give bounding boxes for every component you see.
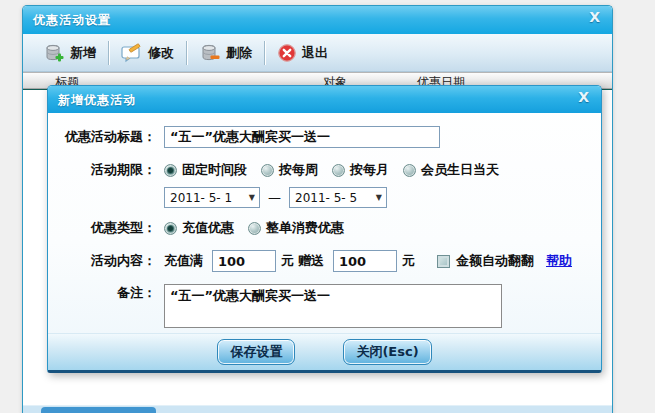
dialog-body: 优惠活动标题： 活动期限： 固定时间段 按每周 [48, 113, 601, 333]
dialog-close-button[interactable]: X [578, 89, 589, 105]
add-promotion-dialog: 新增优惠活动 X 优惠活动标题： 活动期限： 固定时间段 [47, 85, 602, 373]
radio-icon [261, 164, 274, 177]
main-window-title: 优惠活动设置 [33, 12, 111, 29]
edit-icon [121, 43, 143, 63]
radio-order-discount[interactable]: 整单消费优惠 [248, 219, 344, 237]
auto-double-checkbox[interactable] [437, 255, 450, 268]
yuan-unit: 元 [281, 252, 294, 270]
gift-amount-prefix: 赠送 [298, 252, 324, 270]
period-radio-group: 固定时间段 按每周 按每月 会员生日当天 [164, 161, 499, 179]
bottom-statusbar [23, 405, 612, 413]
database-delete-icon [199, 43, 221, 63]
gift-amount-input[interactable] [333, 250, 397, 272]
recharge-amount-prefix: 充值满 [164, 252, 203, 270]
delete-button-label: 删除 [226, 44, 252, 62]
date-to-value: 2011- 5- 5 [295, 191, 357, 205]
radio-icon [164, 222, 177, 235]
date-to-select[interactable]: 2011- 5- 5 ▼ [289, 187, 387, 208]
exit-button-label: 退出 [302, 44, 328, 62]
edit-button-label: 修改 [148, 44, 174, 62]
save-settings-button[interactable]: 保存设置 [217, 339, 295, 365]
add-button-label: 新增 [70, 44, 96, 62]
radio-fixed-period[interactable]: 固定时间段 [164, 161, 247, 179]
field-row-period: 活动期限： 固定时间段 按每周 按每月 [64, 162, 591, 178]
radio-weekly[interactable]: 按每周 [261, 161, 318, 179]
database-add-icon [43, 43, 65, 63]
chevron-down-icon: ▼ [249, 193, 255, 202]
screen: 优惠活动设置 X 新增 [0, 0, 655, 413]
toolbar-separator [108, 41, 109, 65]
edit-button[interactable]: 修改 [111, 40, 184, 66]
radio-label: 按每周 [279, 161, 318, 179]
radio-member-birthday[interactable]: 会员生日当天 [403, 161, 499, 179]
period-field-label: 活动期限： [64, 161, 156, 179]
field-row-remark: 备注： “五一”优惠大酬宾买一送一 [64, 284, 591, 328]
type-radio-group: 充值优惠 整单消费优惠 [164, 219, 344, 237]
bottom-panel-partial [41, 407, 156, 413]
field-row-type: 优惠类型： 充值优惠 整单消费优惠 [64, 220, 591, 236]
field-row-dates: 2011- 5- 1 ▼ — 2011- 5- 5 ▼ [64, 187, 591, 208]
date-range-dash: — [268, 190, 281, 205]
auto-double-checkbox-label: 金额自动翻翻 [456, 252, 534, 270]
exit-button[interactable]: 退出 [267, 40, 338, 66]
radio-monthly[interactable]: 按每月 [332, 161, 389, 179]
dialog-footer: 保存设置 关闭(Esc) [48, 333, 601, 370]
radio-label: 按每月 [350, 161, 389, 179]
help-link[interactable]: 帮助 [546, 252, 572, 270]
radio-icon [332, 164, 345, 177]
recharge-amount-input[interactable] [212, 250, 276, 272]
date-from-select[interactable]: 2011- 5- 1 ▼ [164, 187, 260, 208]
radio-label: 整单消费优惠 [266, 219, 344, 237]
radio-icon [248, 222, 261, 235]
toolbar-separator [264, 41, 265, 65]
close-esc-button[interactable]: 关闭(Esc) [343, 339, 431, 365]
content-field-label: 活动内容： [64, 252, 156, 270]
radio-recharge-discount[interactable]: 充值优惠 [164, 219, 234, 237]
dialog-title: 新增优惠活动 [58, 92, 136, 109]
radio-label: 固定时间段 [182, 161, 247, 179]
chevron-down-icon: ▼ [376, 193, 382, 202]
main-close-button[interactable]: X [589, 9, 600, 25]
delete-button[interactable]: 删除 [189, 40, 262, 66]
remark-textarea[interactable]: “五一”优惠大酬宾买一送一 [164, 284, 502, 328]
exit-icon [277, 43, 297, 63]
radio-icon [164, 164, 177, 177]
radio-label: 充值优惠 [182, 219, 234, 237]
add-button[interactable]: 新增 [33, 40, 106, 66]
promo-title-input[interactable] [164, 126, 440, 148]
type-field-label: 优惠类型： [64, 219, 156, 237]
remark-field-label: 备注： [64, 284, 156, 302]
title-field-label: 优惠活动标题： [64, 128, 156, 146]
dialog-titlebar: 新增优惠活动 X [48, 86, 601, 113]
toolbar-separator [186, 41, 187, 65]
main-titlebar: 优惠活动设置 X [23, 6, 612, 34]
yuan-unit: 元 [402, 252, 415, 270]
field-row-title: 优惠活动标题： [64, 126, 591, 148]
field-row-content: 活动内容： 充值满 元 赠送 元 金额自动翻翻 帮助 [64, 250, 591, 272]
radio-icon [403, 164, 416, 177]
date-from-value: 2011- 5- 1 [170, 191, 232, 205]
main-toolbar: 新增 修改 [23, 34, 612, 72]
radio-label: 会员生日当天 [421, 161, 499, 179]
